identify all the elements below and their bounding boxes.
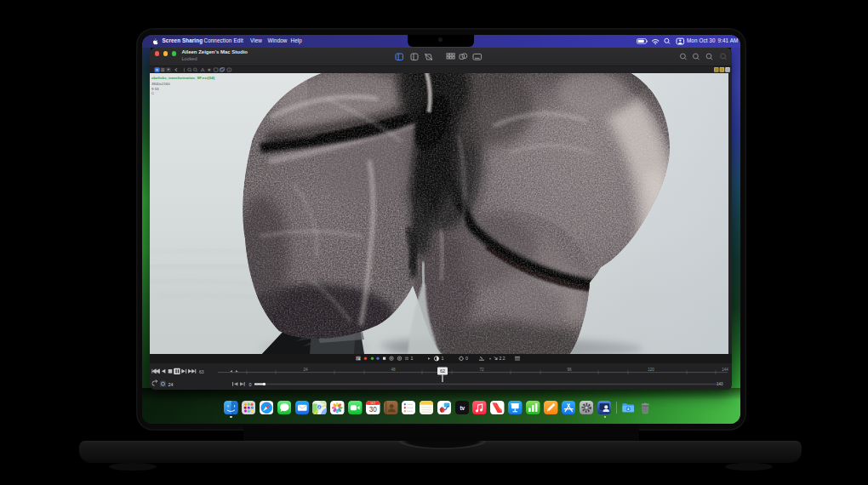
svg-text:0: 0 bbox=[465, 356, 468, 361]
svg-text:0: 0 bbox=[248, 381, 251, 386]
svg-text:2.2: 2.2 bbox=[499, 356, 505, 361]
svg-text:96: 96 bbox=[567, 368, 572, 372]
svg-text:30: 30 bbox=[369, 406, 378, 414]
svg-text:120: 120 bbox=[648, 368, 654, 372]
svg-text:1: 1 bbox=[441, 356, 443, 361]
svg-text:48: 48 bbox=[391, 368, 396, 372]
svg-text:72: 72 bbox=[479, 368, 484, 372]
svg-text:24: 24 bbox=[168, 381, 173, 386]
svg-text:143: 143 bbox=[717, 382, 723, 386]
svg-text:24: 24 bbox=[303, 368, 308, 372]
svg-text:1: 1 bbox=[410, 356, 413, 361]
svg-text:tv: tv bbox=[460, 405, 465, 411]
svg-text:144: 144 bbox=[722, 368, 728, 372]
svg-text:63: 63 bbox=[199, 369, 204, 374]
svg-text:62: 62 bbox=[440, 368, 445, 374]
svg-text:OCT: OCT bbox=[371, 402, 376, 405]
